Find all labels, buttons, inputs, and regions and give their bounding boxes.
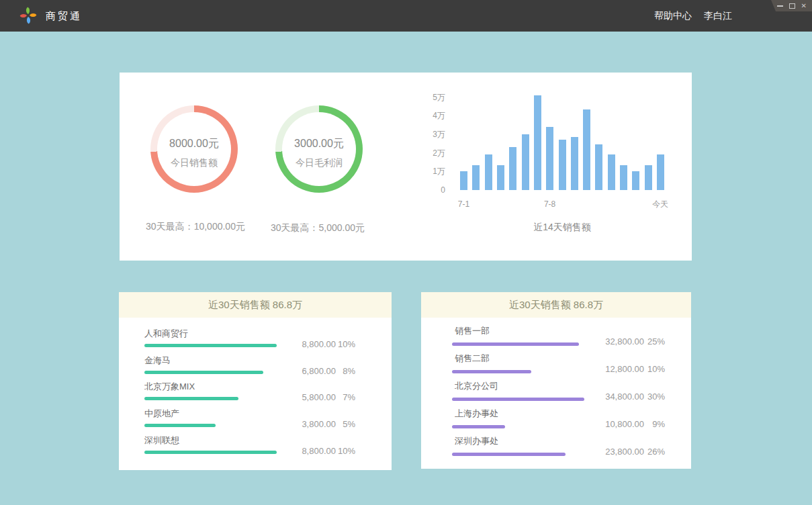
app-logo-icon	[19, 6, 38, 25]
chart-bar	[583, 109, 590, 190]
item-percent: 10%	[338, 446, 355, 457]
item-value: 10,800.00	[605, 419, 644, 430]
item-name: 中原地产	[144, 408, 392, 419]
item-bar	[144, 397, 238, 400]
item-percent: 9%	[652, 419, 665, 430]
maximize-icon[interactable]	[789, 3, 795, 9]
chart-bar	[645, 165, 652, 190]
item-name: 北京万象MIX	[144, 381, 392, 392]
list-item: 北京分公司 34,800.00 30%	[452, 381, 691, 408]
chart-bar	[534, 95, 541, 190]
window-controls: ✕	[771, 0, 812, 11]
item-bar-track	[144, 424, 277, 427]
user-menu[interactable]: 李白江	[704, 10, 732, 22]
chart-bar	[522, 134, 529, 190]
item-percent: 25%	[647, 336, 665, 347]
item-bar-track	[452, 342, 584, 346]
x-tick-label: 今天	[652, 199, 668, 209]
ranking-title: 近30天销售额 86.8万	[421, 292, 691, 318]
item-percent: 10%	[338, 339, 355, 350]
item-bar-track	[144, 344, 277, 347]
list-item: 深圳办事处 23,800.00 26%	[452, 436, 691, 463]
item-name: 深圳办事处	[455, 436, 691, 447]
item-percent: 30%	[647, 392, 665, 402]
item-value: 8,800.00	[302, 339, 336, 350]
list-item: 北京万象MIX 5,800.00 7%	[144, 381, 392, 408]
chart-bar	[546, 127, 553, 190]
x-tick-label: 7-8	[544, 199, 555, 209]
item-bar	[144, 344, 277, 347]
customer-sales-ranking-card: 近30天销售额 86.8万 人和商贸行 8,800.00 10% 金海马 6,8…	[119, 292, 392, 470]
list-item: 深圳联想 8,800.00 10%	[144, 435, 392, 462]
item-name: 北京分公司	[455, 381, 691, 392]
chart-bar	[497, 165, 504, 190]
item-bar-track	[452, 370, 584, 373]
item-bar	[144, 371, 263, 374]
chart-bar	[571, 137, 578, 190]
item-percent: 5%	[343, 419, 355, 430]
item-bar-track	[452, 453, 584, 456]
item-bar-track	[452, 398, 584, 401]
chart-bar	[632, 171, 639, 190]
item-value: 5,800.00	[302, 392, 336, 403]
list-item: 中原地产 3,800.00 5%	[144, 408, 392, 435]
item-bar-track	[144, 451, 277, 454]
y-tick-label: 5万	[433, 93, 445, 102]
item-bar	[452, 370, 531, 373]
item-bar	[452, 398, 584, 401]
list-item: 金海马 6,800.00 8%	[144, 355, 392, 382]
chart-bar	[620, 165, 627, 190]
y-tick-label: 1万	[433, 167, 445, 176]
chart-bar	[608, 154, 615, 190]
chart-bar	[559, 140, 566, 190]
titlebar: 商贸通 帮助中心 李白江 ✕	[0, 0, 812, 32]
y-tick-label: 2万	[433, 148, 445, 158]
chart-plot	[460, 95, 664, 190]
list-item: 人和商贸行 8,800.00 10%	[144, 328, 392, 355]
close-icon[interactable]: ✕	[801, 3, 807, 9]
item-name: 销售一部	[455, 326, 691, 336]
chart-bar	[509, 147, 516, 190]
item-bar	[452, 453, 566, 456]
item-value: 12,800.00	[605, 364, 644, 375]
list-item: 销售一部 32,800.00 25%	[452, 326, 691, 353]
item-bar	[144, 424, 216, 427]
item-value: 8,800.00	[302, 446, 336, 457]
item-name: 销售二部	[455, 353, 691, 364]
overview-card: 8000.00元 今日销售额 3000.00元 今日毛利润 30天最高：10,0…	[120, 73, 692, 261]
chart-bar	[657, 154, 664, 190]
item-bar	[452, 342, 579, 346]
item-value: 3,800.00	[302, 419, 336, 430]
item-name: 金海马	[144, 355, 392, 366]
item-bar-track	[452, 425, 584, 428]
chart-title: 近14天销售额	[460, 222, 664, 234]
chart-bar	[485, 154, 492, 190]
chart-x-axis: 7-17-8今天	[460, 199, 664, 210]
ranking-list: 销售一部 32,800.00 25% 销售二部 12,800.00 10% 北京…	[421, 318, 691, 469]
item-name: 人和商贸行	[144, 328, 392, 339]
item-percent: 26%	[647, 447, 665, 457]
item-value: 34,800.00	[605, 392, 644, 402]
list-item: 上海办事处 10,800.00 9%	[452, 408, 691, 436]
help-center-link[interactable]: 帮助中心	[654, 10, 692, 22]
y-tick-label: 3万	[433, 130, 445, 139]
item-percent: 10%	[647, 364, 665, 375]
item-percent: 7%	[343, 392, 355, 403]
list-item: 销售二部 12,800.00 10%	[452, 353, 691, 381]
item-value: 32,800.00	[605, 336, 644, 347]
item-name: 上海办事处	[455, 408, 691, 419]
item-bar-track	[144, 371, 277, 374]
ranking-title: 近30天销售额 86.8万	[119, 292, 392, 318]
sales-14d-chart: 5万4万3万2万1万0 7-17-8今天 近14天销售额	[120, 73, 692, 261]
titlebar-links: 帮助中心 李白江	[654, 0, 732, 32]
y-tick-label: 4万	[433, 111, 445, 120]
x-tick-label: 7-1	[458, 199, 469, 209]
chart-bar	[595, 144, 602, 190]
item-value: 6,800.00	[302, 366, 336, 377]
item-bar	[452, 425, 505, 428]
minimize-icon[interactable]	[777, 5, 783, 7]
chart-bar	[472, 165, 480, 190]
item-percent: 8%	[343, 366, 355, 377]
item-bar	[144, 451, 277, 454]
y-tick-label: 0	[441, 185, 445, 195]
